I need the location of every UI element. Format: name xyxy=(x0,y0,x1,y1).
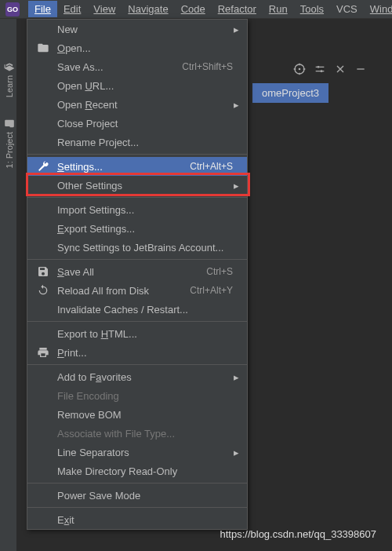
app-icon: GO xyxy=(5,2,20,16)
item-save-as[interactable]: Save As...Ctrl+Shift+S xyxy=(27,57,247,76)
item-exit[interactable]: Exit xyxy=(27,510,247,529)
separator xyxy=(27,507,247,508)
item-power-save[interactable]: Power Save Mode xyxy=(27,486,247,505)
menu-navigate[interactable]: Navigate xyxy=(122,1,174,17)
separator xyxy=(27,364,247,365)
file-tabs: omeProject3 xyxy=(252,83,368,105)
svg-point-2 xyxy=(318,66,320,68)
menu-tools[interactable]: Tools xyxy=(294,1,330,17)
item-open-url[interactable]: Open URL... xyxy=(27,76,247,95)
separator xyxy=(27,154,247,155)
item-sync-settings[interactable]: Sync Settings to JetBrains Account... xyxy=(27,238,247,257)
item-invalidate[interactable]: Invalidate Caches / Restart... xyxy=(27,300,247,319)
item-line-separators[interactable]: Line Separators▸ xyxy=(27,443,247,462)
minimize-icon[interactable] xyxy=(354,63,367,75)
separator xyxy=(27,197,247,198)
project-toolbar xyxy=(293,60,367,78)
chevron-right-icon: ▸ xyxy=(234,371,239,383)
folder-icon xyxy=(4,118,15,129)
item-save-all[interactable]: Save AllCtrl+S xyxy=(27,262,247,281)
menu-view[interactable]: View xyxy=(87,1,122,17)
left-gutter: Learn 1: Project xyxy=(0,19,17,551)
menubar: File Edit View Navigate Code Refactor Ru… xyxy=(0,0,392,19)
item-print[interactable]: Print... xyxy=(27,343,247,362)
menu-run[interactable]: Run xyxy=(263,1,294,17)
item-reload[interactable]: Reload All from DiskCtrl+Alt+Y xyxy=(27,281,247,300)
item-open-recent[interactable]: Open Recent▸ xyxy=(27,95,247,114)
file-dropdown: New▸ Open... Save As...Ctrl+Shift+S Open… xyxy=(27,19,248,530)
gutter-learn[interactable]: Learn xyxy=(2,57,17,102)
separator xyxy=(27,259,247,260)
menu-window[interactable]: Wind xyxy=(364,1,392,17)
item-settings[interactable]: Settings...Ctrl+Alt+S xyxy=(27,157,247,176)
item-associate: Associate with File Type... xyxy=(27,424,247,443)
item-export-html[interactable]: Export to HTML... xyxy=(27,324,247,343)
item-close-project[interactable]: Close Project xyxy=(27,114,247,133)
item-export-settings[interactable]: Export Settings... xyxy=(27,219,247,238)
chevron-right-icon: ▸ xyxy=(234,180,239,192)
save-icon xyxy=(37,265,49,278)
chevron-right-icon: ▸ xyxy=(234,24,239,35)
menu-vcs[interactable]: VCS xyxy=(330,1,364,17)
gutter-project[interactable]: 1: Project xyxy=(2,113,17,173)
item-readonly[interactable]: Make Directory Read-Only xyxy=(27,462,247,480)
item-file-encoding: File Encoding xyxy=(27,386,247,405)
item-rename-project[interactable]: Rename Project... xyxy=(27,133,247,151)
item-remove-bom[interactable]: Remove BOM xyxy=(27,405,247,424)
chevron-right-icon: ▸ xyxy=(234,99,239,111)
menu-refactor[interactable]: Refactor xyxy=(212,1,263,17)
watermark: https://blog.csdn.net/qq_33398607 xyxy=(220,528,377,540)
item-import-settings[interactable]: Import Settings... xyxy=(27,200,247,219)
svg-point-1 xyxy=(299,68,301,71)
menu-edit[interactable]: Edit xyxy=(57,1,87,17)
menu-code[interactable]: Code xyxy=(175,1,212,17)
item-add-favorites[interactable]: Add to Favorites▸ xyxy=(27,367,247,386)
item-new[interactable]: New▸ xyxy=(27,20,247,38)
chevron-right-icon: ▸ xyxy=(234,447,239,458)
reload-icon xyxy=(37,284,49,297)
item-other-settings[interactable]: Other Settings▸ xyxy=(27,176,247,195)
item-open[interactable]: Open... xyxy=(27,38,247,57)
separator xyxy=(27,321,247,322)
target-icon[interactable] xyxy=(293,63,306,75)
wrench-icon xyxy=(37,160,49,173)
folder-open-icon xyxy=(37,42,49,54)
graduation-icon xyxy=(4,61,15,72)
collapse-icon[interactable] xyxy=(334,63,347,75)
tab-project3[interactable]: omeProject3 xyxy=(252,83,328,103)
svg-point-3 xyxy=(321,70,323,72)
menu-file[interactable]: File xyxy=(28,1,57,17)
print-icon xyxy=(37,346,49,359)
separator xyxy=(27,483,247,483)
settings-sliders-icon[interactable] xyxy=(314,63,326,75)
